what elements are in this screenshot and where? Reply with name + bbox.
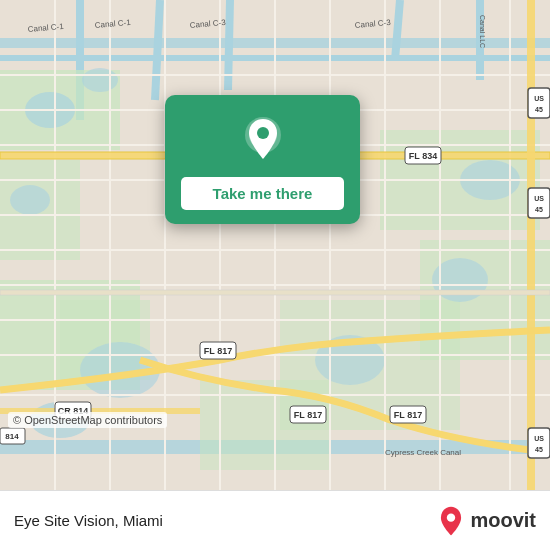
- map-container: FL 834 FL 817 FL 817 FL 817 CR 814 814 U…: [0, 0, 550, 490]
- svg-point-18: [82, 68, 118, 92]
- location-pin-icon: [237, 113, 289, 165]
- location-name: Eye Site Vision, Miami: [14, 512, 163, 529]
- svg-text:FL 817: FL 817: [294, 410, 322, 420]
- take-me-there-button[interactable]: Take me there: [181, 177, 344, 210]
- svg-rect-48: [0, 290, 550, 295]
- svg-text:FL 817: FL 817: [204, 346, 232, 356]
- svg-text:Canal LLC: Canal LLC: [479, 15, 486, 48]
- svg-point-78: [257, 127, 269, 139]
- svg-rect-64: [528, 188, 550, 218]
- svg-text:814: 814: [5, 432, 19, 441]
- svg-line-4: [228, 0, 230, 90]
- svg-point-79: [447, 513, 455, 521]
- bottom-bar: Eye Site Vision, Miami moovit: [0, 490, 550, 550]
- svg-line-3: [155, 0, 160, 100]
- svg-rect-47: [527, 0, 535, 490]
- svg-text:US: US: [534, 435, 544, 442]
- map-attribution: © OpenStreetMap contributors: [8, 412, 167, 428]
- location-card: Take me there: [165, 95, 360, 224]
- svg-text:US: US: [534, 95, 544, 102]
- moovit-brand-text: moovit: [470, 509, 536, 532]
- moovit-logo: moovit: [437, 505, 536, 537]
- svg-text:FL 834: FL 834: [409, 151, 437, 161]
- svg-point-19: [10, 185, 50, 215]
- svg-text:US: US: [534, 195, 544, 202]
- svg-line-5: [395, 0, 400, 60]
- svg-text:FL 817: FL 817: [394, 410, 422, 420]
- moovit-pin-icon: [437, 505, 465, 537]
- svg-text:45: 45: [535, 446, 543, 453]
- svg-text:45: 45: [535, 106, 543, 113]
- svg-text:45: 45: [535, 206, 543, 213]
- svg-rect-61: [528, 88, 550, 118]
- svg-rect-67: [528, 428, 550, 458]
- svg-text:Cypress Creek Canal: Cypress Creek Canal: [385, 448, 461, 457]
